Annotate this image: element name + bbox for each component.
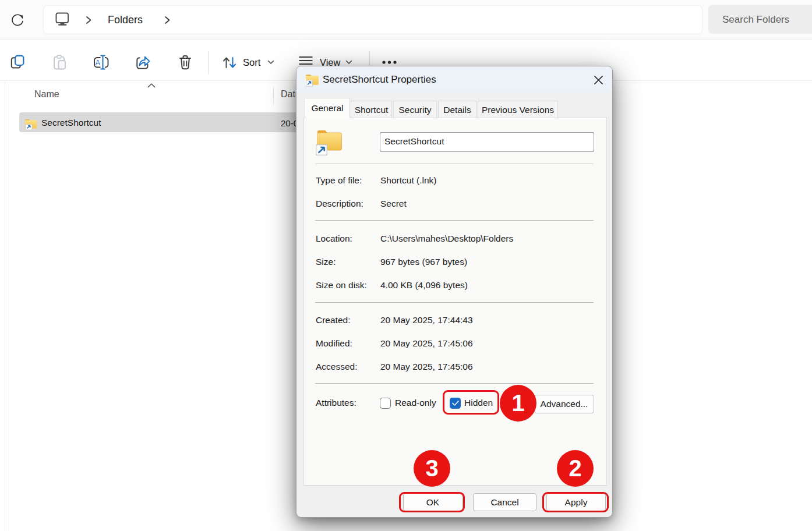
svg-text:A: A: [96, 58, 101, 67]
